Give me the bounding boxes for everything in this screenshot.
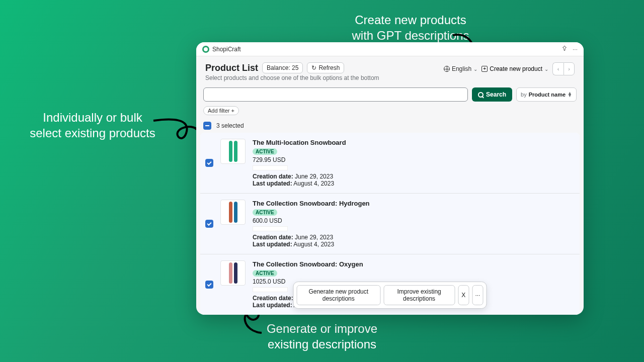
selection-count: 3 selected xyxy=(216,122,244,129)
generate-button[interactable]: Generate new product descriptions xyxy=(297,285,381,305)
brand-icon xyxy=(202,46,209,53)
improve-button[interactable]: Improve existing descriptions xyxy=(383,285,455,305)
page-title: Product List xyxy=(205,63,258,73)
bulk-toolbar: Generate new product descriptions Improv… xyxy=(293,282,487,309)
product-price: 729.95 USD xyxy=(253,156,575,163)
add-filter-button[interactable]: Add filter + xyxy=(203,106,239,115)
page-subtitle: Select products and choose one of the bu… xyxy=(205,74,379,81)
chevron-down-icon: ⌄ xyxy=(544,66,548,72)
product-name: The Collection Snowboard: Oxygen xyxy=(253,260,575,268)
product-price: 600.0 USD xyxy=(253,217,575,224)
search-button[interactable]: Search xyxy=(472,87,512,102)
product-thumb xyxy=(220,200,246,225)
header: Product List Balance: 25 ↻ Refresh Selec… xyxy=(196,56,584,83)
balance-pill: Balance: 25 xyxy=(262,62,303,73)
product-name: The Multi-location Snowboard xyxy=(253,139,575,146)
filters: Add filter + xyxy=(196,104,584,117)
topbar-more-icon[interactable]: ··· xyxy=(573,46,578,53)
product-thumb xyxy=(220,260,246,286)
selection-row: 3 selected xyxy=(196,117,584,133)
row-checkbox[interactable] xyxy=(205,220,213,228)
updated-meta: Last updated: August 4, 2023 xyxy=(253,241,575,248)
plus-icon: + xyxy=(481,66,488,72)
sort-by: by xyxy=(521,92,527,98)
sort-selector[interactable]: by Product name ▲▼ xyxy=(516,87,577,102)
create-product-button[interactable]: + Create new product ⌄ xyxy=(481,65,548,72)
search-label: Search xyxy=(486,91,506,98)
status-badge: ACTIVE xyxy=(253,209,277,216)
product-name: The Collection Snowboard: Hydrogen xyxy=(253,200,575,207)
refresh-label: Refresh xyxy=(318,64,340,71)
language-selector[interactable]: English ⌄ xyxy=(444,65,477,72)
product-row[interactable]: The Multi-location Snowboard ACTIVE 729.… xyxy=(200,133,580,193)
updated-meta: Last updated: August 4, 2023 xyxy=(253,180,575,187)
globe-icon xyxy=(444,66,450,72)
search-icon xyxy=(478,92,484,98)
search-input[interactable] xyxy=(203,87,468,102)
created-meta: Creation date: June 29, 2023 xyxy=(253,234,575,241)
placeholder-bar xyxy=(253,287,288,292)
status-badge: ACTIVE xyxy=(253,270,277,277)
pager: ‹ › xyxy=(552,62,575,75)
refresh-button[interactable]: ↻ Refresh xyxy=(307,62,344,73)
create-label: Create new product xyxy=(490,65,542,72)
row-checkbox[interactable] xyxy=(205,159,213,167)
pager-prev[interactable]: ‹ xyxy=(552,62,564,75)
row-checkbox[interactable] xyxy=(205,281,213,289)
select-all-checkbox[interactable] xyxy=(203,122,211,130)
product-row[interactable]: The Collection Snowboard: Hydrogen ACTIV… xyxy=(200,193,580,254)
created-meta: Creation date: June 29, 2023 xyxy=(253,173,575,180)
pager-next[interactable]: › xyxy=(564,62,575,75)
language-label: English xyxy=(452,65,471,72)
status-badge: ACTIVE xyxy=(253,148,277,155)
sort-icon: ▲▼ xyxy=(568,92,572,98)
sort-key: Product name xyxy=(529,92,566,98)
close-toolbar-button[interactable]: X xyxy=(458,285,469,305)
refresh-icon: ↻ xyxy=(311,64,316,71)
product-thumb xyxy=(220,139,246,164)
searchbar: Search by Product name ▲▼ xyxy=(196,83,584,104)
app-name: ShopiCraft xyxy=(212,46,241,53)
toolbar-more-button[interactable]: ··· xyxy=(472,285,483,305)
placeholder-bar xyxy=(253,165,288,170)
pin-icon[interactable] xyxy=(561,45,568,53)
callout-left: Individually or bulk select existing pro… xyxy=(12,110,173,141)
chevron-down-icon: ⌄ xyxy=(473,66,477,72)
placeholder-bar xyxy=(253,226,288,231)
topbar: ShopiCraft ··· xyxy=(196,42,584,56)
app-panel: ShopiCraft ··· Product List Balance: 25 … xyxy=(196,42,584,315)
